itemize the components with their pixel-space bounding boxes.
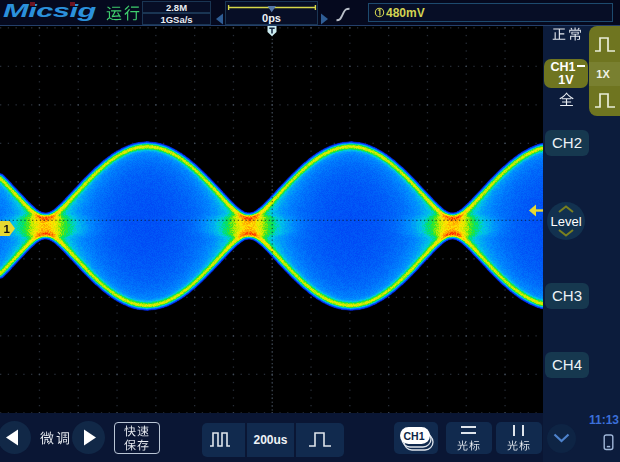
svg-text:CH1: CH1 [404, 430, 425, 442]
svg-text:1: 1 [4, 223, 11, 235]
